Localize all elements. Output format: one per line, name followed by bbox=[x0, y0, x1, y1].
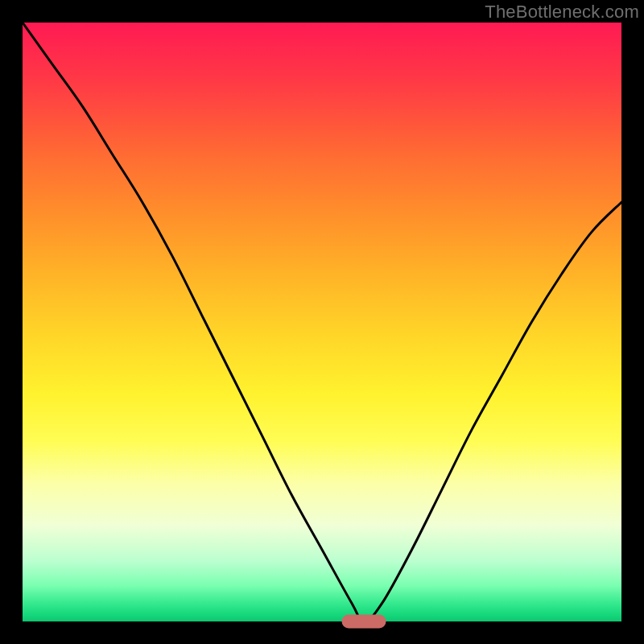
plot-area bbox=[23, 23, 621, 621]
chart-frame: TheBottleneck.com bbox=[0, 0, 644, 644]
watermark-text: TheBottleneck.com bbox=[485, 2, 639, 23]
bottleneck-curve bbox=[23, 23, 621, 621]
optimal-marker bbox=[342, 615, 386, 629]
